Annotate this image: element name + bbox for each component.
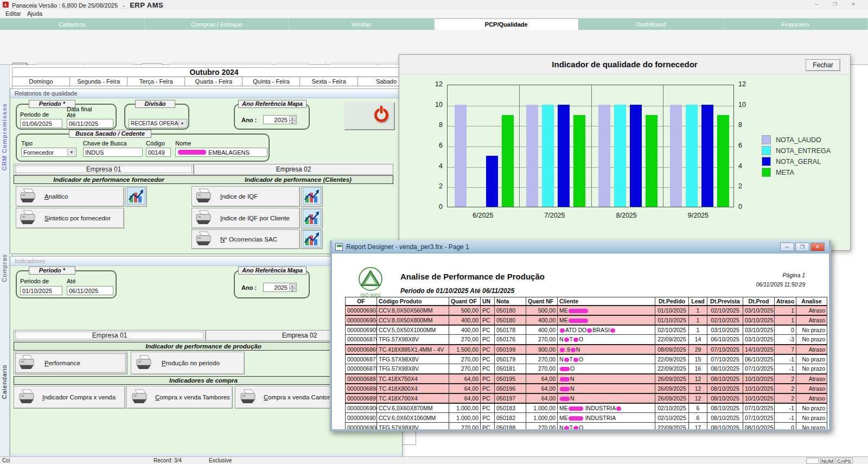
btn-ocorrencias-sac-chart[interactable] <box>301 230 323 249</box>
menu-ajuda[interactable]: Ajuda <box>25 10 44 17</box>
y-axis-tick: 10 <box>426 101 443 109</box>
chart-bar-nota_laudo <box>455 105 467 207</box>
report-cell: 0000006908 <box>346 423 377 432</box>
btn-indice-iqf[interactable]: Indice de IQF <box>192 186 300 207</box>
report-cell: -1 <box>775 364 796 374</box>
report-cell: No prazo <box>796 403 827 413</box>
divisao-select[interactable]: RECEITAS OPERAC ▼ <box>129 119 187 128</box>
redacted-text <box>569 319 588 323</box>
periodo-de-input[interactable]: 01/10/2025 <box>20 286 62 295</box>
ano-value: 2025 <box>275 117 288 123</box>
btn-indice-iqf-cliente-chart[interactable] <box>301 208 323 228</box>
chart-bar-nota_geral <box>558 105 570 207</box>
btn-indicador-compra-venda[interactable]: Indicador Compra x venda <box>14 386 125 409</box>
exit-button[interactable] <box>344 102 395 130</box>
btn-compra-venda-tambores[interactable]: Compra x venda Tambores <box>126 386 233 409</box>
chart-plot-area <box>447 85 734 207</box>
btn-indice-iqf-cliente[interactable]: Indice de IQF por Cliente <box>192 208 300 228</box>
btn-analitico[interactable]: Analitico <box>16 186 124 207</box>
report-designer-window: Report Designer - venda_per3.frx - Page … <box>330 240 831 431</box>
legend-swatch <box>762 135 771 144</box>
group-ano-label: Ano Referência Mapa <box>238 266 307 275</box>
group-ano-referencia: Ano Referência Mapa Ano : 2025 ▲▼ <box>234 104 310 130</box>
tab-dashboard[interactable]: DashBoard <box>579 18 724 30</box>
ate-input[interactable]: 06/11/2025 <box>67 286 113 295</box>
close-icon[interactable]: ✕ <box>847 1 859 8</box>
sidebar-item-calendario[interactable]: Calendario <box>1 365 8 399</box>
chart-bar-meta <box>573 115 585 207</box>
ate-label: Até <box>67 112 76 118</box>
tab-cadastros[interactable]: Cadastros <box>0 18 145 30</box>
tipo-select[interactable]: Fornecedor ▼ <box>21 148 76 157</box>
report-cell: 29 <box>689 345 707 354</box>
dialog-titlebar[interactable]: Relatorios de qualidade <box>10 89 402 98</box>
chevron-down-icon[interactable]: ▼ <box>67 149 75 156</box>
report-cell: PC <box>481 374 495 384</box>
tab-pcp-qualidade[interactable]: PCP/Qualidade <box>434 18 579 30</box>
tab-empresa-02[interactable]: Empresa 02 <box>194 164 393 175</box>
power-icon <box>374 108 388 122</box>
minimize-icon[interactable]: ─ <box>780 243 794 251</box>
spinner-arrows-icon[interactable]: ▲▼ <box>289 116 296 123</box>
report-cell: 10/10/2025 <box>743 374 775 384</box>
tab-empresa-01[interactable]: Empresa 01 <box>14 330 206 341</box>
maximize-icon[interactable]: ❐ <box>795 243 809 251</box>
report-window-titlebar[interactable]: Report Designer - venda_per3.frx - Page … <box>332 240 829 253</box>
group-busca-label: Busca Sacado / Cedente <box>69 130 151 138</box>
menu-editar[interactable]: Editar <box>3 10 23 17</box>
chevron-down-icon[interactable]: ▼ <box>178 120 186 127</box>
tab-empresa-01[interactable]: Empresa 01 <box>14 164 194 175</box>
maximize-icon[interactable]: ❐ <box>829 1 841 8</box>
nome-input[interactable]: EMBALAGENS <box>175 148 267 157</box>
minimize-icon[interactable]: ─ <box>810 1 822 8</box>
spinner-arrows-icon[interactable]: ▲▼ <box>289 284 296 291</box>
report-cell: 2 <box>775 374 796 384</box>
report-cell: 08/10/2025 <box>707 403 743 413</box>
status-empty-box <box>806 457 819 464</box>
btn-analitico-chart[interactable] <box>125 186 147 207</box>
report-cell: 050180 <box>495 306 526 315</box>
btn-performance[interactable]: Performance <box>14 352 127 374</box>
btn-producao-periodo[interactable]: Produção no periodo <box>131 352 245 374</box>
chart-bar-nota_laudo <box>670 105 682 207</box>
y-axis-tick: 2 <box>426 182 443 190</box>
btn-compra-venda-cantoneiras[interactable]: Compra x venda Cantonei <box>235 386 343 409</box>
codigo-label: Código <box>146 140 165 147</box>
report-row: 0000006898TC.418X800X464,00PC05019664,00… <box>346 384 827 393</box>
periodo-de-input[interactable]: 01/06/2025 <box>20 119 62 128</box>
ano-spinner[interactable]: 2025 ▲▼ <box>263 115 297 124</box>
btn-sintetico-fornecedor[interactable]: Sintetico por fornecedor <box>16 208 124 228</box>
nome-label: Nome <box>175 140 191 147</box>
chave-busca-input[interactable]: INDUS <box>83 148 143 157</box>
sidebar-item-compras[interactable]: Compras <box>1 254 8 282</box>
close-icon[interactable]: ✕ <box>810 243 825 251</box>
ate-label: Até <box>67 278 76 284</box>
chart-bar-nota_geral <box>630 105 642 207</box>
btn-ocorrencias-sac[interactable]: N° Ocorrencias SAC <box>192 230 300 249</box>
report-cell: 06/10/2025 <box>743 354 775 364</box>
y-axis-tick: 0 <box>738 203 755 211</box>
btn-indice-iqf-chart[interactable] <box>301 186 323 207</box>
report-cell: No prazo <box>796 335 827 345</box>
window-titlebar[interactable]: Panaceia Versão : 6,800 De 25/08/2025 - … <box>0 0 868 9</box>
report-cell: 07/10/2025 <box>707 354 743 364</box>
tab-compras-estoque[interactable]: Compras / Estoque <box>145 18 290 30</box>
report-cell: PC <box>481 345 495 354</box>
report-cell: 0000006877 <box>346 354 377 364</box>
btn-compra-venda-label: Indicador Compra x venda <box>42 394 116 401</box>
report-cell: 26/09/2025 <box>655 374 689 384</box>
tab-vendas[interactable]: Vendas <box>289 18 434 30</box>
report-cell: 270,00 <box>526 364 558 374</box>
chart-window-titlebar[interactable]: Indicador de qualidade do fornecedor Fec… <box>399 55 850 74</box>
tab-financeiro[interactable]: Financeiro <box>724 18 868 30</box>
codigo-input[interactable]: 00149 <box>146 148 171 157</box>
sidebar-item-crm-compromissos[interactable]: CRM Compromissos <box>1 103 8 170</box>
x-axis-label: 9/2025 <box>662 212 734 220</box>
fechar-button[interactable]: Fechar <box>806 59 840 71</box>
report-cell: 64,00 <box>526 374 558 384</box>
ano-spinner[interactable]: 2025 ▲▼ <box>263 283 297 292</box>
redacted-text <box>616 406 621 411</box>
redacted-text <box>560 328 565 333</box>
data-final-input[interactable]: 06/11/2025 <box>67 119 113 128</box>
redacted-text <box>573 338 578 342</box>
